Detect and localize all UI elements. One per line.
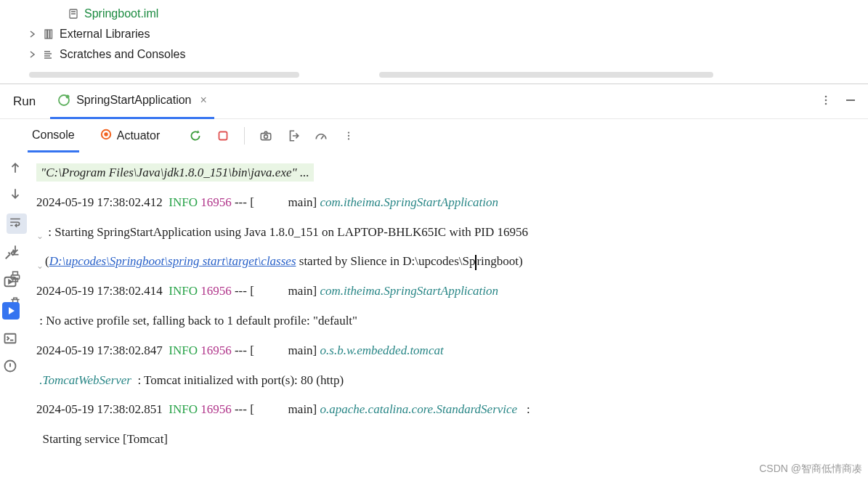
cmd-line: "C:\Program Files\Java\jdk1.8.0_151\bin\… xyxy=(36,163,314,182)
tree-external-libs[interactable]: External Libraries xyxy=(0,24,868,44)
svg-rect-3 xyxy=(50,30,52,38)
chevron-right-icon xyxy=(28,30,38,38)
chevron-right-icon xyxy=(28,51,38,58)
svg-point-7 xyxy=(825,99,827,101)
run-header: Run SpringStartApplication × xyxy=(0,84,868,119)
divider xyxy=(244,127,245,145)
run-active-icon[interactable] xyxy=(2,302,20,320)
more-vertical-icon[interactable] xyxy=(339,126,358,145)
tree-file-row[interactable]: Springboot.iml xyxy=(0,4,868,24)
actuator-tab[interactable]: Actuator xyxy=(95,119,165,152)
log-line: ⌄(D:\upcodes\Springboot\spring start\tar… xyxy=(36,247,861,277)
console-body: "C:\Program Files\Java\jdk1.8.0_151\bin\… xyxy=(0,152,868,460)
svg-rect-2 xyxy=(48,30,50,38)
rerun-button[interactable] xyxy=(186,126,205,145)
more-icon[interactable] xyxy=(820,94,835,109)
file-icon xyxy=(67,7,80,20)
scrollbar-thumb[interactable] xyxy=(379,72,713,78)
log-line: : No active profile set, falling back to… xyxy=(36,306,861,336)
ide-left-toolbar xyxy=(0,247,22,375)
svg-point-15 xyxy=(348,135,349,137)
svg-rect-1 xyxy=(45,30,47,38)
log-line: 2024-05-19 17:38:02.412 INFO 16956 --- [… xyxy=(36,188,861,218)
scratches-icon xyxy=(42,48,55,61)
svg-point-5 xyxy=(66,95,70,99)
project-tree: Springboot.iml External Libraries Scratc… xyxy=(0,0,868,72)
console-tab-label: Console xyxy=(32,129,75,142)
minimize-icon[interactable] xyxy=(845,94,859,109)
svg-point-14 xyxy=(348,131,349,133)
tree-scratches[interactable]: Scratches and Consoles xyxy=(0,44,868,65)
soft-wrap-icon[interactable] xyxy=(7,213,27,234)
actuator-icon xyxy=(100,128,113,144)
run-config-tab[interactable]: SpringStartApplication × xyxy=(50,84,214,119)
actuator-tab-label: Actuator xyxy=(117,129,161,142)
console-toolbar: Console Actuator xyxy=(0,119,868,152)
run-tool-window: Run SpringStartApplication × Console Act… xyxy=(0,84,868,460)
log-line: .TomcatWebServer : Tomcat initialized wi… xyxy=(36,366,861,396)
svg-point-8 xyxy=(825,102,827,105)
path-link[interactable]: D:\upcodes\Springboot\spring start\targe… xyxy=(49,254,296,268)
arrow-up-icon[interactable] xyxy=(9,161,25,177)
warning-icon[interactable] xyxy=(3,359,19,375)
tree-file-label: Springboot.iml xyxy=(84,7,158,20)
log-line: 2024-05-19 17:38:02.414 INFO 16956 --- [… xyxy=(36,277,861,306)
log-line: ⌄ : Starting SpringStartApplication usin… xyxy=(36,218,861,248)
svg-point-6 xyxy=(825,95,827,97)
play-outline-icon[interactable] xyxy=(3,274,19,290)
hammer-icon[interactable] xyxy=(3,247,19,263)
close-tab-icon[interactable]: × xyxy=(200,94,207,107)
horizontal-scrollbars xyxy=(0,72,868,84)
stop-button[interactable] xyxy=(214,126,232,145)
terminal-icon[interactable] xyxy=(3,331,19,347)
tree-extlibs-label: External Libraries xyxy=(60,28,150,41)
console-output[interactable]: "C:\Program Files\Java\jdk1.8.0_151\bin\… xyxy=(33,152,868,460)
log-line: 2024-05-19 17:38:02.851 INFO 16956 --- [… xyxy=(36,395,861,425)
svg-rect-21 xyxy=(5,334,16,343)
svg-rect-11 xyxy=(219,132,227,140)
camera-icon[interactable] xyxy=(256,126,275,145)
log-line: Starting service [Tomcat] xyxy=(36,425,861,455)
exit-icon[interactable] xyxy=(284,126,303,145)
gauge-icon[interactable] xyxy=(312,126,330,145)
run-title: Run xyxy=(13,94,36,109)
svg-point-13 xyxy=(264,135,268,139)
run-tab-label: SpringStartApplication xyxy=(76,94,191,107)
svg-point-16 xyxy=(348,138,349,139)
library-icon xyxy=(42,28,55,41)
console-tab[interactable]: Console xyxy=(28,119,79,152)
watermark: CSDN @智商低情商凑 xyxy=(759,463,862,476)
arrow-down-icon[interactable] xyxy=(9,187,25,203)
tree-scratches-label: Scratches and Consoles xyxy=(60,48,185,61)
log-line: 2024-05-19 17:38:02.847 INFO 16956 --- [… xyxy=(36,336,861,366)
scrollbar-thumb[interactable] xyxy=(29,72,299,78)
svg-point-10 xyxy=(105,133,107,135)
spring-run-icon xyxy=(57,94,70,107)
